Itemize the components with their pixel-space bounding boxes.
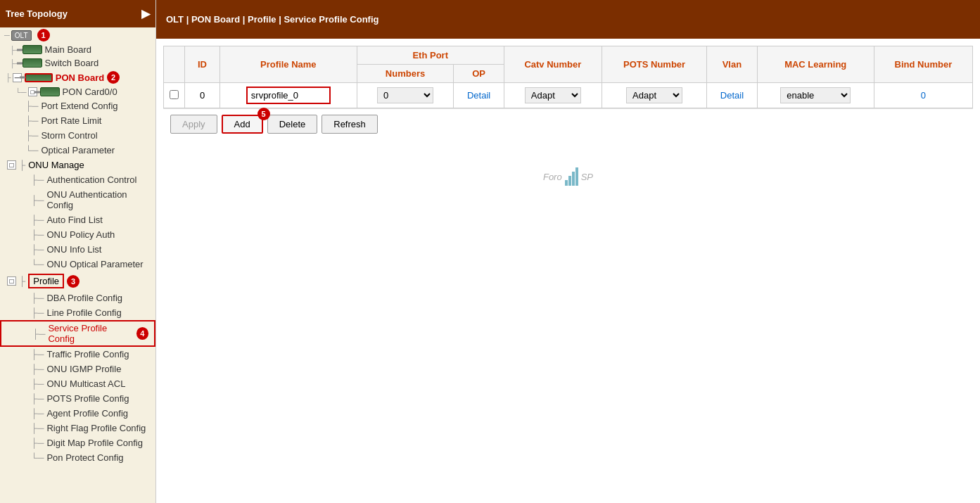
row-catv-number: Adapt (504, 83, 602, 108)
switch-board-icon (23, 58, 42, 68)
row-id: 0 (185, 83, 220, 108)
th-vlan: Vlan (707, 46, 757, 83)
sidebar-item-label: ONU Multicast ACL (46, 378, 125, 389)
switch-board-label: Switch Board (45, 58, 99, 68)
profile-toggle[interactable]: □ (7, 276, 16, 286)
table-row: 0 0 1 2 4 8 (164, 83, 973, 108)
th-id: ID (185, 46, 220, 83)
th-eth-op: OP (454, 65, 504, 83)
pon-board-label: PON Board (56, 72, 104, 83)
main-board-icon (23, 45, 42, 54)
olt-node[interactable]: ─ OLT 1 (0, 27, 155, 43)
row-profile-name (220, 83, 357, 108)
th-checkbox (164, 46, 185, 83)
olt-badge-number: 1 (37, 29, 50, 42)
delete-button[interactable]: Delete (267, 115, 318, 134)
vlan-detail-link[interactable]: Detail (720, 90, 744, 101)
sidebar-item-label: Digit Map Profile Config (46, 438, 143, 448)
sidebar-item-right-flag[interactable]: ├─ Right Flag Profile Config (0, 421, 155, 435)
service-profile-badge: 4 (136, 327, 148, 340)
signal-icon (565, 167, 578, 186)
row-eth-op: Detail (454, 83, 504, 108)
row-pots-number: Adapt (602, 83, 706, 108)
sidebar-item-label: Port Rate Limit (41, 115, 101, 126)
sidebar-item-onu-info-list[interactable]: ├─ ONU Info List (0, 242, 155, 257)
sidebar-item-label: Authentication Control (46, 174, 136, 185)
profile-badge: 3 (67, 275, 79, 288)
eth-numbers-select[interactable]: 0 1 2 4 8 (377, 87, 433, 103)
sidebar-item-port-extend[interactable]: ├─ Port Extend Config (0, 98, 155, 113)
row-bind-number: 0 (874, 83, 972, 108)
mac-learning-select[interactable]: enable disable (780, 87, 851, 103)
sidebar-item-optical-param[interactable]: └─ Optical Parameter (0, 143, 155, 158)
sidebar-item-onu-auth-config[interactable]: ├─ ONU Authentication Config (0, 187, 155, 212)
pots-select[interactable]: Adapt (626, 87, 682, 103)
sidebar-item-digit-map[interactable]: ├─ Digit Map Profile Config (0, 435, 155, 450)
service-profile-table: ID Profile Name Eth Port Catv Number POT… (163, 46, 973, 108)
sidebar-item-label: Right Flag Profile Config (46, 423, 146, 433)
th-catv-number: Catv Number (504, 46, 602, 83)
sidebar-item-auth-control[interactable]: ├─ Authentication Control (0, 172, 155, 187)
top-header: OLT | PON Board | Profile | Service Prof… (156, 0, 980, 39)
sidebar-item-pots-profile[interactable]: ├─ POTS Profile Config (0, 391, 155, 406)
switch-board-node[interactable]: ├─ Switch Board (0, 56, 155, 70)
sidebar-item-label: Service Profile Config (48, 323, 133, 344)
sidebar-item-onu-optical-param[interactable]: └─ ONU Optical Parameter (0, 257, 155, 272)
sidebar-item-auto-find[interactable]: ├─ Auto Find List (0, 212, 155, 227)
sidebar-item-port-rate[interactable]: ├─ Port Rate Limit (0, 113, 155, 128)
sidebar-item-label: Traffic Profile Config (46, 349, 129, 359)
sidebar-item-traffic-profile[interactable]: ├─ Traffic Profile Config (0, 347, 155, 362)
profile-section-label: Profile (28, 274, 64, 288)
table-container: ID Profile Name Eth Port Catv Number POT… (163, 46, 973, 108)
th-profile-name: Profile Name (220, 46, 357, 83)
sidebar-item-pon-protect[interactable]: └─ Pon Protect Config (0, 450, 155, 464)
sidebar-item-label: ONU Optical Parameter (46, 259, 143, 269)
row-eth-numbers: 0 1 2 4 8 (357, 83, 454, 108)
sidebar-item-storm-control[interactable]: ├─ Storm Control (0, 128, 155, 143)
row-checkbox-cell (164, 83, 185, 108)
th-pots-number: POTS Number (602, 46, 706, 83)
sidebar-item-label: Agent Profile Config (46, 408, 128, 419)
pon-board-icon (25, 73, 53, 82)
profile-name-input[interactable] (246, 87, 331, 104)
sidebar-item-line-profile[interactable]: ├─ Line Profile Config (0, 305, 155, 320)
main-board-label: Main Board (45, 44, 91, 55)
sidebar-item-service-profile[interactable]: ├─ Service Profile Config 4 (0, 320, 155, 347)
catv-select[interactable]: Adapt (525, 87, 581, 103)
sidebar-item-label: Auto Find List (46, 215, 103, 225)
sidebar-item-label: Storm Control (41, 130, 97, 141)
th-eth-numbers: Numbers (357, 65, 454, 83)
sidebar-item-onu-igmp[interactable]: ├─ ONU IGMP Profile (0, 362, 155, 376)
pon-card-node[interactable]: └─ □ PON Card0/0 (0, 85, 155, 98)
th-eth-port: Eth Port (357, 46, 504, 65)
sidebar-item-dba-profile[interactable]: ├─ DBA Profile Config (0, 291, 155, 305)
apply-button[interactable]: Apply (170, 115, 217, 134)
add-button[interactable]: Add (222, 115, 263, 134)
row-checkbox[interactable] (170, 90, 179, 99)
main-board-node[interactable]: ├─ Main Board (0, 43, 155, 56)
sidebar-title-bar: Tree Topology ▶ (0, 0, 155, 27)
sidebar-item-agent-profile[interactable]: ├─ Agent Profile Config (0, 406, 155, 421)
onu-manage-toggle[interactable]: □ (7, 160, 16, 170)
sidebar-item-onu-multicast-acl[interactable]: ├─ ONU Multicast ACL (0, 376, 155, 391)
sidebar-title-text: Tree Topology (6, 8, 68, 19)
watermark-text: Foro SP (543, 167, 593, 186)
sidebar-item-onu-policy-auth[interactable]: ├─ ONU Policy Auth (0, 227, 155, 242)
content-area: ID Profile Name Eth Port Catv Number POT… (156, 39, 980, 503)
bind-number-link[interactable]: 0 (921, 90, 926, 101)
onu-manage-section[interactable]: □ ├ ONU Manage (0, 158, 155, 172)
sidebar-item-label: ONU Info List (46, 244, 101, 255)
row-mac-learning: enable disable (757, 83, 874, 108)
watermark-left: Foro (543, 172, 562, 182)
sidebar: Tree Topology ▶ ─ OLT 1 ├─ Main Board ├─… (0, 0, 156, 503)
sidebar-item-label: ONU Authentication Config (46, 189, 150, 210)
eth-detail-link[interactable]: Detail (467, 90, 490, 101)
olt-badge: OLT (11, 30, 32, 41)
refresh-button[interactable]: Refresh (322, 115, 378, 134)
collapse-arrow-icon[interactable]: ▶ (141, 7, 150, 20)
profile-section[interactable]: □ ├ Profile 3 (0, 272, 155, 291)
sidebar-item-label: Pon Protect Config (46, 452, 123, 463)
pon-board-badge: 2 (107, 71, 120, 84)
pon-board-node[interactable]: ├ ─ PON Board 2 (0, 70, 155, 85)
add-badge: 5 (257, 108, 270, 120)
